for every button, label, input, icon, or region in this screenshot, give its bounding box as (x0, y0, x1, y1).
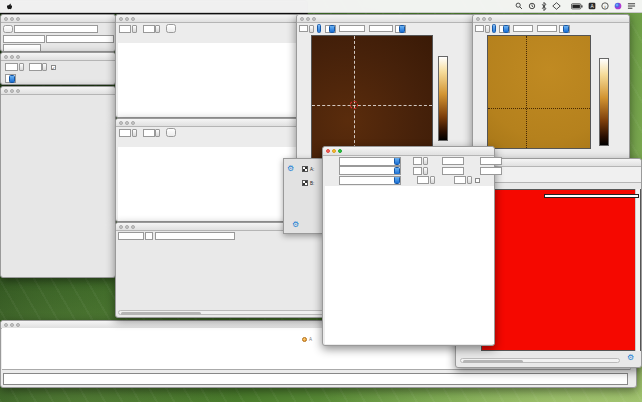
load-button[interactable] (3, 25, 13, 33)
vpn-diamond-icon[interactable] (552, 2, 561, 10)
x-wave-popup[interactable] (339, 157, 401, 166)
command-input[interactable] (3, 373, 628, 385)
zoom-button[interactable] (312, 17, 316, 21)
zoom-button[interactable] (16, 17, 20, 21)
yaxis-field[interactable] (143, 25, 155, 33)
close-button[interactable] (119, 17, 123, 21)
poi-x-field[interactable] (5, 63, 18, 71)
slider-icon[interactable] (492, 24, 496, 33)
force-curve-chart[interactable] (118, 43, 300, 117)
zoom-button[interactable] (488, 17, 492, 21)
filename-field[interactable] (14, 25, 98, 33)
mask-vertical-scrollbar[interactable] (635, 189, 640, 351)
time-machine-icon[interactable] (528, 2, 536, 10)
poi-y-field[interactable] (29, 63, 42, 71)
height-afm-image[interactable] (311, 35, 433, 159)
y-wave-popup[interactable] (339, 166, 401, 175)
search-icon[interactable] (515, 2, 523, 10)
close-button[interactable] (4, 89, 8, 93)
channel-stepper[interactable] (309, 25, 314, 33)
mask-checker-icon[interactable] (302, 180, 308, 186)
close-button[interactable] (326, 149, 330, 153)
max-field[interactable] (369, 25, 393, 33)
aw3-titlebar[interactable] (297, 15, 476, 23)
min-field[interactable] (339, 25, 365, 33)
results-horizontal-scrollbar[interactable] (118, 310, 328, 315)
yaxis-field[interactable] (143, 129, 155, 137)
zrange-popup[interactable] (499, 25, 510, 33)
help-circle-icon[interactable]: i (601, 2, 609, 10)
poi-y-stepper[interactable] (42, 63, 47, 71)
adjust-force-curve-button[interactable] (166, 24, 176, 33)
bins-field[interactable] (417, 176, 429, 184)
hidden-control-panel[interactable]: ⚙ A: B: ⚙ (283, 158, 324, 234)
plot2-titlebar[interactable] (116, 119, 300, 127)
battery-icon[interactable] (571, 3, 583, 10)
poi-x-stepper[interactable] (19, 63, 24, 71)
x-ch-stepper[interactable] (423, 157, 428, 165)
gear-icon[interactable]: ⚙ (292, 221, 299, 229)
height-image-window[interactable] (296, 14, 477, 162)
datapath-field[interactable] (3, 35, 45, 43)
xaxis-stepper[interactable] (132, 25, 137, 33)
siri-icon[interactable] (614, 2, 622, 10)
mask-horizontal-scrollbar[interactable] (460, 358, 620, 363)
mask-checker-icon[interactable] (302, 166, 308, 172)
time-series-plot-window[interactable] (115, 118, 301, 222)
minimize-button[interactable] (332, 149, 336, 153)
results-table-window[interactable] (115, 222, 337, 318)
force-analysis-panel[interactable] (0, 86, 116, 278)
zoom-button[interactable] (16, 89, 20, 93)
minimize-button[interactable] (10, 323, 14, 327)
roi-mask-image[interactable] (481, 189, 641, 351)
slider-icon[interactable] (317, 24, 321, 33)
bluetooth-icon[interactable] (541, 2, 547, 11)
zoom-button[interactable] (338, 149, 342, 153)
zoom-button[interactable] (16, 55, 20, 59)
layout-stepper[interactable] (467, 176, 472, 184)
zoom-button[interactable] (131, 225, 135, 229)
layout-field[interactable] (454, 176, 466, 184)
plot1-titlebar[interactable] (116, 15, 300, 23)
force-analysis-titlebar[interactable] (1, 87, 115, 95)
joint-scatter-chart[interactable] (325, 186, 494, 344)
poi-cursor-marker[interactable] (350, 101, 358, 109)
zoom-button[interactable] (131, 121, 135, 125)
y-ch-field[interactable] (413, 167, 422, 175)
cell-value-field[interactable] (155, 232, 235, 240)
gear-icon[interactable]: ⚙ (287, 165, 294, 173)
close-button[interactable] (4, 55, 8, 59)
close-button[interactable] (476, 17, 480, 21)
minimize-button[interactable] (306, 17, 310, 21)
minimize-button[interactable] (10, 55, 14, 59)
file-id-field[interactable] (3, 44, 41, 52)
xaxis-stepper[interactable] (132, 129, 137, 137)
modulus-afm-image[interactable] (487, 35, 591, 149)
section-popup[interactable] (5, 74, 16, 83)
put-cursor-checkbox[interactable]: ✓ (51, 65, 56, 70)
minimize-button[interactable] (10, 17, 14, 21)
poi-titlebar[interactable] (1, 53, 115, 61)
xaxis-field[interactable] (119, 129, 131, 137)
time-series-chart[interactable] (118, 147, 300, 221)
file-info-panel[interactable] (0, 14, 116, 52)
timestamp-field[interactable] (46, 35, 114, 43)
y-min-field[interactable] (442, 167, 464, 175)
minimize-button[interactable] (125, 225, 129, 229)
bins-stepper[interactable] (430, 176, 435, 184)
y-ch-stepper[interactable] (423, 167, 428, 175)
app-square-icon[interactable]: A (588, 2, 596, 10)
zrange-popup[interactable] (325, 25, 336, 33)
x-ch-field[interactable] (413, 157, 422, 165)
close-button[interactable] (4, 17, 8, 21)
channel-stepper[interactable] (485, 25, 490, 33)
yaxis-stepper[interactable] (155, 129, 160, 137)
minimize-button[interactable] (10, 89, 14, 93)
max-field[interactable] (537, 25, 557, 33)
minimize-button[interactable] (125, 17, 129, 21)
modulus-image-window[interactable] (472, 14, 630, 161)
poi-panel[interactable]: ✓ (0, 52, 116, 85)
gear-icon[interactable]: ⚙ (627, 354, 634, 362)
min-field[interactable] (513, 25, 533, 33)
yaxis-stepper[interactable] (155, 25, 160, 33)
